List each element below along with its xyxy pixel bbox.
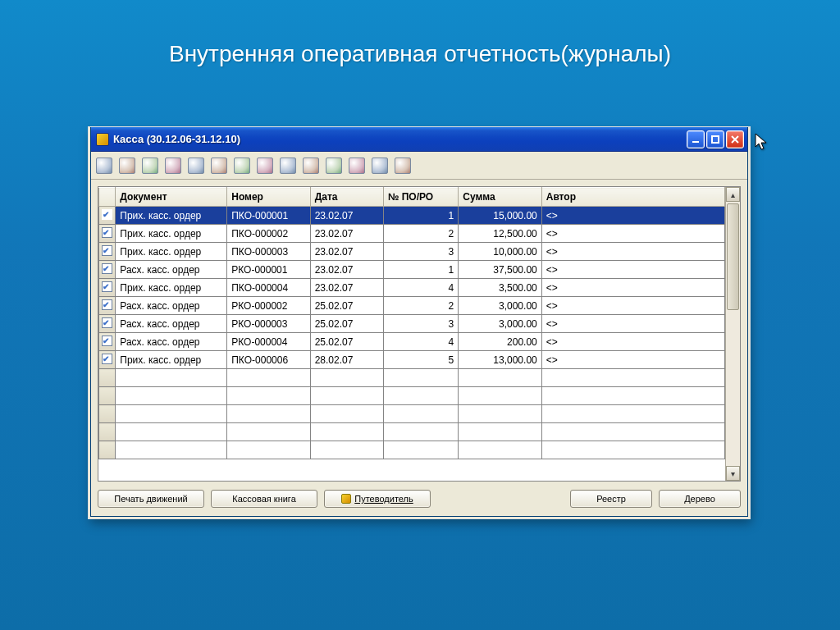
cell-number[interactable]: ПКО-000001 — [227, 207, 310, 225]
registry-button[interactable]: Реестр — [570, 490, 652, 508]
cell-number[interactable]: ПКО-000003 — [227, 243, 310, 261]
cell-date[interactable]: 28.02.07 — [310, 351, 383, 369]
cell-author[interactable]: <> — [541, 225, 724, 243]
toolbar-new-icon[interactable] — [96, 158, 112, 174]
column-header-poro[interactable]: № ПО/РО — [383, 188, 458, 207]
cell-author[interactable]: <> — [541, 243, 724, 261]
titlebar[interactable]: Касса (30.12.06-31.12.10) — [91, 127, 747, 152]
cell-author[interactable]: <> — [541, 315, 724, 333]
cell-sum[interactable]: 3,000.00 — [459, 297, 541, 315]
toolbar-delete-icon[interactable] — [211, 158, 227, 174]
cell-date[interactable]: 25.02.07 — [310, 333, 383, 351]
cell-sum[interactable]: 37,500.00 — [459, 261, 541, 279]
cell-sum[interactable]: 3,000.00 — [459, 315, 541, 333]
column-header-sum[interactable]: Сумма — [459, 188, 541, 207]
cell-number[interactable]: ПКО-000002 — [227, 225, 310, 243]
toolbar-dk-out-icon[interactable] — [303, 158, 319, 174]
cell-date[interactable]: 23.02.07 — [310, 207, 383, 225]
cell-poro[interactable]: 3 — [383, 243, 458, 261]
row-handle[interactable] — [99, 243, 116, 261]
cell-document[interactable]: Расх. касс. ордер — [116, 333, 227, 351]
vertical-scrollbar[interactable]: ▴ ▾ — [725, 187, 740, 481]
cell-sum[interactable]: 15,000.00 — [459, 207, 541, 225]
scroll-thumb[interactable] — [727, 203, 739, 310]
cell-sum[interactable]: 10,000.00 — [459, 243, 541, 261]
row-handle[interactable] — [99, 279, 116, 297]
toolbar-search-n-icon[interactable] — [257, 158, 273, 174]
toolbar-link-icon[interactable] — [326, 158, 342, 174]
cell-poro[interactable]: 1 — [383, 261, 458, 279]
cell-sum[interactable]: 12,500.00 — [459, 225, 541, 243]
scroll-down-button[interactable]: ▾ — [726, 466, 740, 481]
cell-poro[interactable]: 5 — [383, 351, 458, 369]
tree-button[interactable]: Дерево — [659, 490, 741, 508]
scroll-up-button[interactable]: ▴ — [726, 187, 740, 202]
table-row[interactable]: Расх. касс. ордерРКО-00000425.02.074200.… — [99, 333, 725, 351]
table-row[interactable]: Расх. касс. ордерРКО-00000225.02.0723,00… — [99, 297, 725, 315]
scroll-track[interactable] — [726, 202, 740, 466]
row-handle[interactable] — [99, 225, 116, 243]
toolbar-pointer-icon[interactable] — [395, 158, 411, 174]
cell-number[interactable]: ПКО-000004 — [227, 279, 310, 297]
cell-sum[interactable]: 13,000.00 — [459, 351, 541, 369]
toolbar-span-icon[interactable] — [234, 158, 250, 174]
row-handle[interactable] — [99, 297, 116, 315]
table-row[interactable]: Прих. касс. ордерПКО-00000123.02.07115,0… — [99, 207, 725, 225]
cell-number[interactable]: РКО-000002 — [227, 297, 310, 315]
cell-document[interactable]: Расх. касс. ордер — [116, 261, 227, 279]
cell-document[interactable]: Прих. касс. ордер — [116, 243, 227, 261]
minimize-button[interactable] — [687, 130, 705, 148]
row-handle[interactable] — [99, 261, 116, 279]
cell-poro[interactable]: 2 — [383, 225, 458, 243]
table-row[interactable]: Прих. касс. ордерПКО-00000323.02.07310,0… — [99, 243, 725, 261]
toolbar-help-icon[interactable] — [372, 158, 388, 174]
toolbar-find-icon[interactable] — [142, 158, 158, 174]
cell-document[interactable]: Расх. касс. ордер — [116, 315, 227, 333]
cell-author[interactable]: <> — [541, 207, 724, 225]
row-handle[interactable] — [99, 351, 116, 369]
cell-date[interactable]: 23.02.07 — [310, 243, 383, 261]
cell-number[interactable]: ПКО-000006 — [227, 351, 310, 369]
cell-sum[interactable]: 3,500.00 — [459, 279, 541, 297]
toolbar-form-icon[interactable] — [165, 158, 181, 174]
row-handle[interactable] — [99, 207, 116, 225]
cell-poro[interactable]: 4 — [383, 333, 458, 351]
cell-date[interactable]: 23.02.07 — [310, 225, 383, 243]
cell-author[interactable]: <> — [541, 279, 724, 297]
column-header-date[interactable]: Дата — [310, 188, 383, 207]
cell-document[interactable]: Прих. касс. ордер — [116, 225, 227, 243]
cell-poro[interactable]: 4 — [383, 279, 458, 297]
cell-date[interactable]: 23.02.07 — [310, 279, 383, 297]
row-handle[interactable] — [99, 315, 116, 333]
guide-button[interactable]: Путеводитель — [324, 490, 431, 508]
maximize-button[interactable] — [706, 130, 724, 148]
toolbar-copy-icon[interactable] — [119, 158, 135, 174]
cell-author[interactable]: <> — [541, 297, 724, 315]
data-grid[interactable]: ДокументНомерДата№ ПО/РОСуммаАвтор Прих.… — [98, 186, 741, 482]
toolbar-calc-icon[interactable] — [349, 158, 365, 174]
cell-date[interactable]: 23.02.07 — [310, 261, 383, 279]
row-handle[interactable] — [99, 333, 116, 351]
grid-table[interactable]: ДокументНомерДата№ ПО/РОСуммаАвтор Прих.… — [98, 187, 725, 459]
cell-document[interactable]: Расх. касс. ордер — [116, 297, 227, 315]
cell-poro[interactable]: 1 — [383, 207, 458, 225]
column-header-author[interactable]: Автор — [541, 188, 724, 207]
table-row[interactable]: Расх. касс. ордерРКО-00000123.02.07137,5… — [99, 261, 725, 279]
cell-author[interactable]: <> — [541, 351, 724, 369]
toolbar-dk-in-icon[interactable] — [280, 158, 296, 174]
column-header-doc[interactable]: Документ — [116, 188, 227, 207]
cell-number[interactable]: РКО-000003 — [227, 315, 310, 333]
cell-number[interactable]: РКО-000001 — [227, 261, 310, 279]
print-moves-button[interactable]: Печать движений — [98, 490, 204, 508]
cell-poro[interactable]: 3 — [383, 315, 458, 333]
cell-document[interactable]: Прих. касс. ордер — [116, 279, 227, 297]
cell-number[interactable]: РКО-000004 — [227, 333, 310, 351]
cell-poro[interactable]: 2 — [383, 297, 458, 315]
cell-author[interactable]: <> — [541, 261, 724, 279]
cell-date[interactable]: 25.02.07 — [310, 297, 383, 315]
cell-sum[interactable]: 200.00 — [459, 333, 541, 351]
table-row[interactable]: Расх. касс. ордерРКО-00000325.02.0733,00… — [99, 315, 725, 333]
table-row[interactable]: Прих. касс. ордерПКО-00000223.02.07212,5… — [99, 225, 725, 243]
cell-date[interactable]: 25.02.07 — [310, 315, 383, 333]
table-row[interactable]: Прих. касс. ордерПКО-00000628.02.07513,0… — [99, 351, 725, 369]
